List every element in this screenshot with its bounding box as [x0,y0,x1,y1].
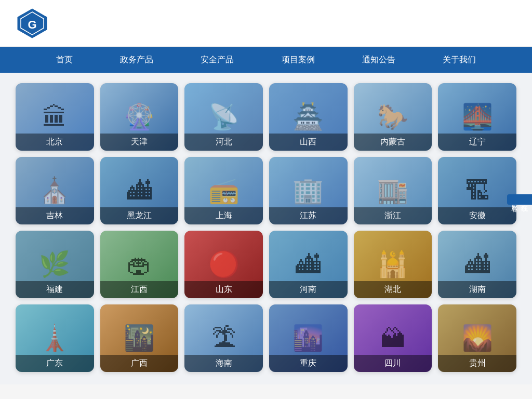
region-landmark-icon: 🏝 [211,324,236,353]
region-landmark-icon: 🌃 [124,324,155,353]
region-card-sichuan[interactable]: 🏔四川 [354,304,432,372]
region-label: 北京 [16,134,94,151]
region-landmark-icon: 🔴 [208,250,240,279]
region-landmark-icon: 🐎 [377,102,408,131]
region-landmark-icon: 🗼 [39,324,70,353]
region-grid: 🏛北京🎡天津📡河北🏯山西🐎内蒙古🌉辽宁⛪吉林🏙黑龙江📻上海🏢江苏🏬浙江🏗安徽🌿福… [16,83,516,372]
region-landmark-icon: 🏟 [127,250,152,279]
region-landmark-icon: 🏛 [42,103,67,131]
region-landmark-icon: 🏯 [292,102,324,131]
region-card-guangxi[interactable]: 🌃广西 [100,304,179,372]
region-label: 福建 [16,281,94,298]
logo: G [16,7,57,40]
logo-icon: G [16,7,49,40]
region-card-hubei[interactable]: 🕌湖北 [354,231,432,298]
region-label: 河南 [269,281,348,298]
region-landmark-icon: 🎡 [124,102,155,131]
region-label: 吉林 [16,207,94,224]
region-label: 黑龙江 [100,207,179,224]
main-content: 🏛北京🎡天津📡河北🏯山西🐎内蒙古🌉辽宁⛪吉林🏙黑龙江📻上海🏢江苏🏬浙江🏗安徽🌿福… [0,73,532,384]
region-card-anhui[interactable]: 🏗安徽 [438,157,516,224]
region-label: 上海 [184,207,263,224]
nav-item-notices[interactable]: 通知公告 [352,47,406,73]
region-label: 山西 [269,134,348,151]
nav-items-container: 首页 政务产品 安全产品 项目案例 通知公告 关于我们 [32,47,500,73]
region-card-tianjin[interactable]: 🎡天津 [100,83,179,151]
logo-title [55,15,57,31]
region-label: 广东 [16,355,94,372]
site-header: G [0,0,532,47]
region-card-guangdong[interactable]: 🗼广东 [16,304,94,372]
region-label: 湖北 [354,281,432,298]
region-landmark-icon: ⛪ [39,176,70,205]
nav-item-home[interactable]: 首页 [46,47,83,73]
region-landmark-icon: 🌆 [292,324,324,353]
region-label: 天津 [100,134,179,151]
region-landmark-icon: 🏗 [465,177,490,205]
region-landmark-icon: 🏙 [296,250,321,279]
region-landmark-icon: 🏢 [292,176,324,205]
region-card-shandong[interactable]: 🔴山东 [184,231,263,298]
region-label: 山东 [184,281,263,298]
region-label: 浙江 [354,207,432,224]
region-label: 江苏 [269,207,348,224]
region-label: 江西 [100,281,179,298]
region-card-jiangxi[interactable]: 🏟江西 [100,231,179,298]
region-label: 海南 [184,355,263,372]
nav-item-project-cases[interactable]: 项目案例 [271,47,325,73]
region-landmark-icon: 🏬 [377,176,408,205]
nav-item-about-us[interactable]: 关于我们 [432,47,486,73]
region-label: 广西 [100,355,179,372]
region-card-jiangsu[interactable]: 🏢江苏 [269,157,348,224]
region-card-henan[interactable]: 🏙河南 [269,231,348,298]
logo-text [55,15,57,32]
region-label: 辽宁 [438,134,516,151]
region-card-heilongjiang[interactable]: 🏙黑龙江 [100,157,179,224]
region-card-chongqing[interactable]: 🌆重庆 [269,304,348,372]
region-label: 湖南 [438,281,516,298]
region-label: 内蒙古 [354,134,432,151]
region-landmark-icon: 🕌 [377,250,408,279]
nav-item-gov-products[interactable]: 政务产品 [110,47,164,73]
region-card-shanghai[interactable]: 📻上海 [184,157,263,224]
region-card-liaoning[interactable]: 🌉辽宁 [438,83,516,151]
region-card-shanxi[interactable]: 🏯山西 [269,83,348,151]
region-label: 安徽 [438,207,516,224]
region-landmark-icon: 🌿 [39,250,70,279]
region-card-jilin[interactable]: ⛪吉林 [16,157,94,224]
float-service-button[interactable]: 在线客服 [507,194,532,205]
region-landmark-icon: 🏙 [465,250,490,279]
region-card-hebei[interactable]: 📡河北 [184,83,263,151]
region-label: 河北 [184,134,263,151]
region-card-beijing[interactable]: 🏛北京 [16,83,94,151]
main-nav: 首页 政务产品 安全产品 项目案例 通知公告 关于我们 [0,47,532,73]
region-label: 贵州 [438,355,516,372]
region-landmark-icon: 🏔 [380,324,405,353]
region-landmark-icon: 🌉 [462,102,493,131]
region-landmark-icon: 📻 [208,176,240,205]
region-card-zhejiang[interactable]: 🏬浙江 [354,157,432,224]
region-landmark-icon: 🏙 [127,177,152,205]
region-landmark-icon: 🌄 [462,324,493,353]
nav-item-security-products[interactable]: 安全产品 [190,47,244,73]
region-landmark-icon: 📡 [208,102,240,131]
region-label: 重庆 [269,355,348,372]
svg-text:G: G [28,18,36,31]
region-card-hunan[interactable]: 🏙湖南 [438,231,516,298]
region-card-fujian[interactable]: 🌿福建 [16,231,94,298]
region-card-hainan[interactable]: 🏝海南 [184,304,263,372]
region-card-neimenggu[interactable]: 🐎内蒙古 [354,83,432,151]
region-card-guizhou[interactable]: 🌄贵州 [438,304,516,372]
region-label: 四川 [354,355,432,372]
